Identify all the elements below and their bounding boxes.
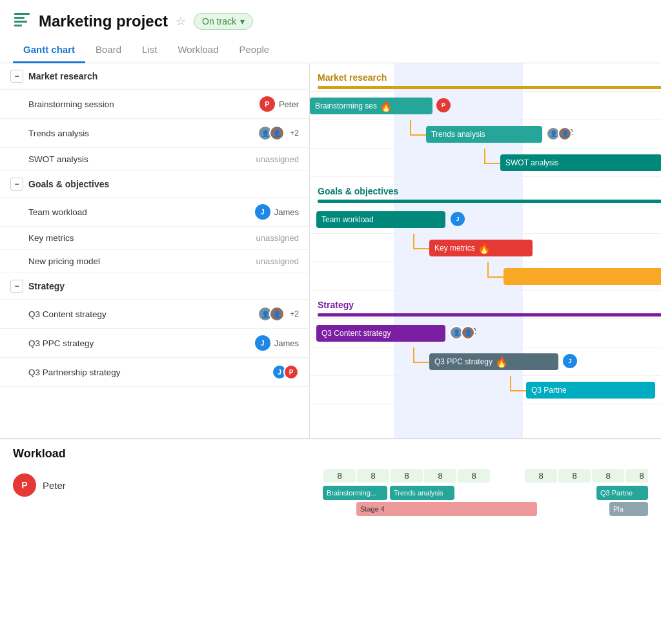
workload-bars-row1: Brainstorming... Trends analysis Q3 Part…	[323, 486, 648, 500]
project-title: Marketing project	[39, 12, 168, 30]
svg-rect-0	[14, 13, 30, 15]
avatar-2: 👤	[269, 125, 285, 141]
collapse-goals-btn[interactable]: −	[10, 178, 23, 191]
group-market-label: Market research	[28, 71, 97, 81]
workload-bars-row2: Stage 4 Pla	[323, 502, 648, 516]
wn-8: 8	[558, 469, 591, 483]
tab-workload[interactable]: Workload	[167, 37, 229, 63]
svg-rect-3	[14, 25, 22, 26]
task-team-workload-assignee: J James	[255, 204, 299, 220]
avatar-group-q3: 👤 👤	[258, 306, 285, 322]
avatar-james: J	[255, 204, 270, 220]
avatar-partner-2: P	[283, 364, 299, 380]
bar-q3-ppc[interactable]: Q3 PPC strategy 🔥	[429, 353, 558, 370]
wn-5: 8	[458, 469, 490, 483]
plus-badge-trends: +2	[290, 129, 299, 138]
wn-2: 8	[357, 469, 389, 483]
task-pricing-name: New pricing model	[28, 256, 100, 266]
fire-icon-metrics: 🔥	[478, 242, 491, 254]
bar-q3-partner-label: Q3 Partne	[531, 386, 567, 395]
status-badge[interactable]: On track ▾	[194, 13, 253, 30]
bar-key-metrics-label: Key metrics	[434, 244, 475, 253]
task-q3-content-name: Q3 Content strategy	[28, 309, 107, 319]
task-pricing: New pricing model unassigned	[0, 250, 309, 273]
wn-6	[491, 469, 524, 483]
avatar-peter: P	[259, 96, 275, 112]
task-q3-content-assignee: 👤 👤 +2	[258, 306, 299, 322]
wn-4: 8	[424, 469, 456, 483]
task-swot: SWOT analysis unassigned	[0, 148, 309, 171]
wn-3: 8	[391, 469, 423, 483]
bar-q3-content-label: Q3 Content strategy	[321, 329, 391, 338]
wbar-brainstorming: Brainstorming...	[323, 486, 387, 500]
task-trends-name: Trends analysis	[28, 129, 89, 138]
left-panel: − Market research Brainstorming session …	[0, 63, 310, 438]
workload-title: Workload	[13, 447, 648, 461]
task-key-metrics-name: Key metrics	[28, 233, 74, 243]
task-team-workload: Team workload J James	[0, 198, 309, 227]
wbar-stage4: Stage 4	[356, 502, 537, 516]
task-key-metrics-assignee: unassigned	[256, 233, 300, 243]
bar-key-metrics[interactable]: Key metrics 🔥	[429, 240, 533, 256]
tab-list[interactable]: List	[132, 37, 167, 63]
task-swot-name: SWOT analysis	[28, 154, 88, 164]
tab-board[interactable]: Board	[85, 37, 132, 63]
tab-people[interactable]: People	[229, 37, 280, 63]
plus-badge-q3: +2	[290, 309, 299, 318]
task-pricing-assignee: unassigned	[256, 256, 300, 266]
avatar-q3-2: 👤	[269, 306, 285, 322]
task-q3-partner: Q3 Partnership strategy J P	[0, 358, 309, 387]
wbar-trends: Trends analysis	[390, 486, 454, 500]
task-q3-ppc-name: Q3 PPC strategy	[28, 338, 94, 348]
task-key-metrics: Key metrics unassigned	[0, 227, 309, 250]
bar-trends[interactable]: Trends analysis	[426, 126, 542, 143]
task-q3-ppc: Q3 PPC strategy J James	[0, 329, 309, 358]
fire-icon-ppc: 🔥	[495, 356, 508, 368]
task-team-workload-name: Team workload	[28, 207, 87, 217]
task-q3-content: Q3 Content strategy 👤 👤 +2	[0, 300, 309, 329]
task-swot-assignee: unassigned	[256, 154, 300, 164]
bar-q3-content[interactable]: Q3 Content strategy	[316, 325, 445, 342]
bar-trends-label: Trends analysis	[431, 130, 485, 139]
workload-section: Workload P Peter 8 8 8 8 8 8 8 8 8 8	[0, 438, 661, 516]
avatar-group-trends: 👤 👤	[258, 125, 285, 141]
collapse-strategy-btn[interactable]: −	[10, 280, 23, 293]
wn-10: 8	[625, 469, 648, 483]
bar-brainstorming[interactable]: Brainstorming ses 🔥	[310, 98, 432, 114]
task-q3-partner-assignee: J P	[272, 364, 299, 380]
gantt-panel: Market research Brainstorming ses 🔥 P	[310, 63, 661, 438]
bar-swot[interactable]: SWOT analysis	[500, 154, 661, 171]
svg-rect-2	[14, 21, 27, 23]
favorite-icon[interactable]: ☆	[176, 14, 186, 28]
task-q3-ppc-assignee: J James	[255, 335, 299, 351]
gantt-goals-label: Goals & objectives	[318, 186, 398, 196]
assignee-james-ppc-label: James	[274, 338, 299, 348]
header: Marketing project ☆ On track ▾	[0, 0, 661, 37]
task-brainstorming: Brainstorming session P Peter	[0, 90, 309, 119]
workload-username: Peter	[43, 480, 66, 491]
svg-rect-1	[14, 17, 25, 19]
nav-tabs: Gantt chart Board List Workload People	[0, 37, 661, 63]
collapse-market-btn[interactable]: −	[10, 70, 23, 83]
bar-team-workload[interactable]: Team workload	[316, 211, 445, 228]
group-strategy: − Strategy	[0, 273, 309, 300]
bar-team-workload-label: Team workload	[321, 215, 374, 224]
bar-swot-label: SWOT analysis	[505, 158, 558, 167]
task-trends-assignee: 👤 👤 +2	[258, 125, 299, 141]
avatar-bar-peter: P	[436, 98, 451, 112]
bar-pricing[interactable]	[503, 268, 661, 285]
avatar-james-ppc: J	[255, 335, 270, 351]
workload-numbers-row: 8 8 8 8 8 8 8 8 8 8	[323, 468, 648, 483]
avatar-ppc-bar: J	[563, 354, 577, 368]
tab-gantt[interactable]: Gantt chart	[13, 37, 85, 63]
bar-q3-partner[interactable]: Q3 Partne	[526, 382, 655, 399]
group-market-research: − Market research	[0, 63, 309, 90]
wbar-q3partner: Q3 Partne	[596, 486, 648, 500]
status-text: On track	[202, 16, 236, 26]
workload-user: P Peter	[13, 468, 323, 502]
bar-q3-avatars: 👤 👤	[449, 326, 475, 340]
chevron-down-icon: ▾	[240, 16, 245, 26]
task-brainstorming-assignee: P Peter	[259, 96, 299, 112]
task-q3-partner-name: Q3 Partnership strategy	[28, 368, 121, 377]
workload-row: P Peter 8 8 8 8 8 8 8 8 8 8 Brainstormin…	[13, 468, 648, 516]
